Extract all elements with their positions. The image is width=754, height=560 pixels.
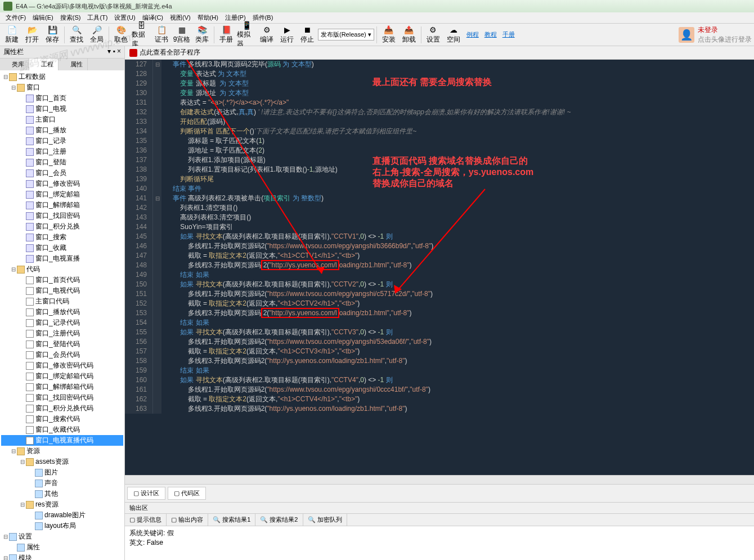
code-line-154[interactable]: 154 结束 如果	[125, 318, 754, 328]
tree-node-res资源[interactable]: ⊟res资源	[1, 499, 123, 510]
toolbar-编译[interactable]: ⚙编译	[257, 25, 276, 45]
fold-gutter[interactable]: ⊟	[153, 194, 161, 203]
code-text[interactable]: 截取 = 取指定文本2(返回文本,"<h1>CCTV2</h1>","<tb>"…	[161, 299, 360, 308]
tree-node-窗口_登陆代码[interactable]: 窗口_登陆代码	[1, 339, 123, 350]
code-editor[interactable]: 最上面还有 需要全局搜索替换 直播页面代码 搜索域名替换成你自己的 右上角-搜索…	[125, 60, 754, 475]
avatar[interactable]: 👤	[679, 27, 694, 43]
toolbar-link-例程[interactable]: 例程	[466, 30, 479, 39]
tree-node-窗口_积分兑换[interactable]: 窗口_积分兑换	[1, 221, 123, 232]
toolbar-停止[interactable]: ⏹停止	[298, 25, 317, 45]
fold-gutter[interactable]	[153, 280, 161, 289]
tree-node-图片[interactable]: 图片	[1, 467, 123, 478]
code-text[interactable]: 如果 寻找文本(高级列表框2.取项目标题(项目索引),"CCTV4",0) <>…	[161, 375, 393, 385]
tree-node-窗口_电视代码[interactable]: 窗口_电视代码	[1, 285, 123, 296]
code-line-142[interactable]: 142 列表框1.清空项目()	[125, 203, 754, 213]
fold-gutter[interactable]	[153, 117, 161, 127]
code-text[interactable]: 多线程1.开始取网页源码2("https://www.tvsou.com/epg…	[161, 289, 433, 299]
tree-node-属性[interactable]: 属性	[1, 542, 123, 553]
code-line-152[interactable]: 152 截取 = 取指定文本2(返回文本,"<h1>CCTV2</h1>","<…	[125, 299, 754, 308]
code-text[interactable]: 结束 如果	[161, 366, 209, 375]
code-text[interactable]: 如果 寻找文本(高级列表框2.取项目标题(项目索引),"CCTV1",0) <>…	[161, 232, 393, 241]
fold-gutter[interactable]	[153, 375, 161, 385]
tree-node-窗口_登陆[interactable]: 窗口_登陆	[1, 157, 123, 168]
code-text[interactable]: 事件 多线程3.取网页源码2完毕(源码 为 文本型)	[161, 60, 314, 69]
code-text[interactable]: 列表框1.置项目标记(列表框1.取项目数()-1,源地址)	[161, 165, 338, 174]
code-line-159[interactable]: 159 结束 如果	[125, 366, 754, 375]
tree-node-窗口_解绑邮箱[interactable]: 窗口_解绑邮箱	[1, 200, 123, 210]
fold-gutter[interactable]	[153, 184, 161, 194]
code-text[interactable]: 结束 事件	[161, 184, 201, 194]
tree-node-窗口_找回密码代码[interactable]: 窗口_找回密码代码	[1, 392, 123, 403]
toolbar-9宫格[interactable]: ▦9宫格	[172, 25, 191, 45]
fold-gutter[interactable]	[153, 213, 161, 222]
toolbar-新建[interactable]: 📄新建	[2, 25, 21, 45]
toolbar-空间[interactable]: ☁空间	[444, 25, 463, 45]
fold-gutter[interactable]	[153, 174, 161, 184]
code-text[interactable]: 多线程3.开始取网页源码2("http://ys.yuenos.com/load…	[161, 356, 407, 366]
tree-node-窗口_修改密码代码[interactable]: 窗口_修改密码代码	[1, 360, 123, 371]
toolbar-安装[interactable]: 📥安装	[379, 25, 398, 45]
tree-expand-icon[interactable]: ⊟	[2, 555, 9, 560]
output-body[interactable]: 系统关键词: 假英文: False	[125, 526, 754, 560]
fold-gutter[interactable]	[153, 404, 161, 414]
bottom-tab-设计区[interactable]: ▢ 设计区	[127, 487, 165, 500]
code-text[interactable]: 表达式 = "<a>(.*?)</a><a>(.*?)</a>"	[161, 98, 289, 107]
menu-帮助H[interactable]: 帮助(H)	[194, 14, 222, 22]
toolbar-类库[interactable]: 📚类库	[192, 25, 212, 45]
code-line-129[interactable]: 129 变量 源标题 为 文本型	[125, 79, 754, 88]
tree-node-窗口[interactable]: ⊟窗口	[1, 82, 123, 93]
tree-expand-icon[interactable]: ⊟	[10, 84, 17, 91]
code-line-160[interactable]: 160 如果 寻找文本(高级列表框2.取项目标题(项目索引),"CCTV4",0…	[125, 375, 754, 385]
code-text[interactable]: 结束 如果	[161, 318, 209, 328]
toolbar-证书[interactable]: 📋证书	[152, 25, 171, 45]
fold-gutter[interactable]	[153, 299, 161, 308]
code-line-163[interactable]: 163 多线程3.开始取网页源码2("http://ys.yuenos.com/…	[125, 404, 754, 414]
menu-编辑E[interactable]: 编辑(E)	[29, 14, 57, 22]
fold-gutter[interactable]	[153, 98, 161, 107]
tree-node-工程数据[interactable]: ⊟工程数据	[1, 71, 123, 82]
fold-gutter[interactable]	[153, 337, 161, 347]
code-text[interactable]: 变量 表达式 为 文本型	[161, 69, 246, 79]
fold-gutter[interactable]	[153, 261, 161, 270]
menu-视图V[interactable]: 视图(V)	[167, 14, 194, 22]
code-text[interactable]: 多线程3.开始取网页源码2("http://ys.yuenos.com/load…	[161, 308, 412, 318]
fold-gutter[interactable]	[153, 79, 161, 88]
toolbar-模拟器[interactable]: 📱模拟器	[237, 25, 256, 45]
code-line-143[interactable]: 143 高级列表框3.清空项目()	[125, 213, 754, 222]
tree-node-主窗口[interactable]: 主窗口	[1, 114, 123, 125]
code-line-157[interactable]: 157 截取 = 取指定文本2(返回文本,"<h1>CCTV3</h1>","<…	[125, 347, 754, 356]
code-text[interactable]: 变量 源地址 为 文本型	[161, 88, 249, 98]
fold-gutter[interactable]	[153, 165, 161, 174]
fold-gutter[interactable]	[153, 222, 161, 232]
fold-gutter[interactable]	[153, 232, 161, 241]
tree-node-窗口_记录代码[interactable]: 窗口_记录代码	[1, 317, 123, 328]
tree-node-窗口_记录[interactable]: 窗口_记录	[1, 136, 123, 146]
code-text[interactable]: 如果 寻找文本(高级列表框2.取项目标题(项目索引),"CCTV3",0) <>…	[161, 328, 393, 337]
menu-文件F[interactable]: 文件(F)	[2, 14, 29, 22]
fold-gutter[interactable]	[153, 146, 161, 155]
code-line-138[interactable]: 138 列表框1.置项目标记(列表框1.取项目数()-1,源地址)	[125, 165, 754, 174]
fold-gutter[interactable]	[153, 127, 161, 136]
code-text[interactable]: 判断循环首 匹配下一个()'下面子文本是匹配结果,请把子文本赋值到相应组件里~	[161, 127, 416, 136]
code-line-146[interactable]: 146 多线程1.开始取网页源码2("https://www.tvsou.com…	[125, 241, 754, 251]
toolbar-卸载[interactable]: 📤卸载	[400, 25, 419, 45]
left-tab-属性[interactable]: 属性	[59, 59, 88, 70]
tree-node-窗口_积分兑换代码[interactable]: 窗口_积分兑换代码	[1, 403, 123, 414]
code-text[interactable]: 判断循环尾	[161, 174, 214, 184]
fold-gutter[interactable]	[153, 155, 161, 165]
code-line-144[interactable]: 144 SuoYin=项目索引	[125, 222, 754, 232]
code-text[interactable]: 多线程3.开始取网页源码2("http://ys.yuenos.com/load…	[161, 404, 407, 414]
code-text[interactable]: 如果 寻找文本(高级列表框2.取项目标题(项目索引),"CCTV2",0) <>…	[161, 280, 393, 289]
code-line-145[interactable]: 145 如果 寻找文本(高级列表框2.取项目标题(项目索引),"CCTV1",0…	[125, 232, 754, 241]
tree-node-声音[interactable]: 声音	[1, 478, 123, 489]
tree-node-窗口_注册代码[interactable]: 窗口_注册代码	[1, 328, 123, 339]
tree-node-窗口_解绑邮箱代码[interactable]: 窗口_解绑邮箱代码	[1, 382, 123, 392]
tree-node-设置[interactable]: ⊟设置	[1, 531, 123, 542]
code-text[interactable]: 列表框1.清空项目()	[161, 203, 237, 213]
left-tab-工程[interactable]: 工程	[29, 59, 59, 70]
tree-node-窗口_会员[interactable]: 窗口_会员	[1, 168, 123, 178]
tree-node-代码[interactable]: ⊟代码	[1, 264, 123, 275]
tree-node-窗口_绑定邮箱[interactable]: 窗口_绑定邮箱	[1, 189, 123, 200]
toolbar-查找[interactable]: 🔍查找	[67, 25, 86, 45]
tree-node-窗口_电视[interactable]: 窗口_电视	[1, 104, 123, 114]
